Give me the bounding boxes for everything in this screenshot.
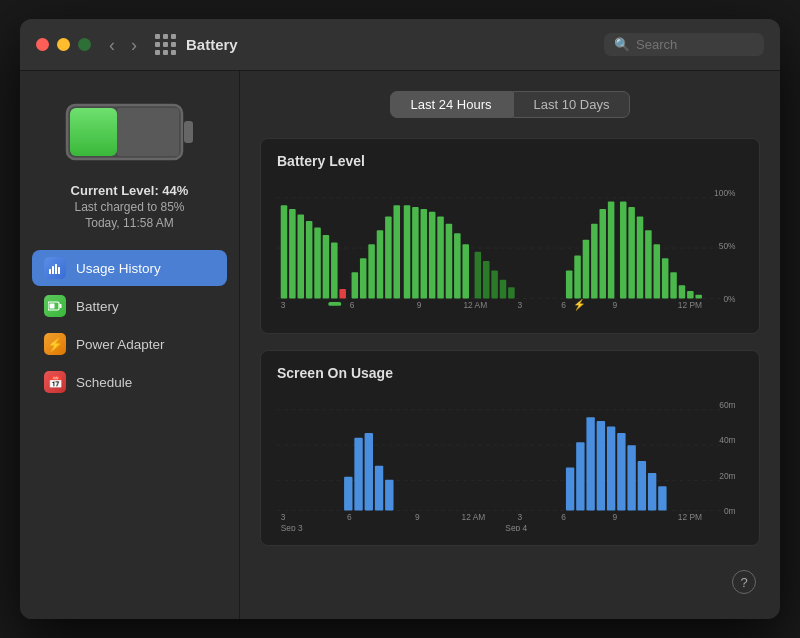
svg-rect-28 xyxy=(368,244,375,298)
svg-rect-79 xyxy=(354,438,362,511)
svg-rect-58 xyxy=(670,272,677,298)
nav-forward-button[interactable]: › xyxy=(125,34,143,56)
svg-text:6: 6 xyxy=(350,300,355,310)
search-bar[interactable]: 🔍 xyxy=(604,33,764,56)
svg-rect-9 xyxy=(60,304,62,308)
svg-rect-17 xyxy=(281,205,288,298)
svg-rect-40 xyxy=(475,252,482,299)
maximize-button[interactable] xyxy=(78,38,91,51)
svg-text:0%: 0% xyxy=(723,294,736,304)
svg-rect-33 xyxy=(412,207,419,298)
svg-rect-61 xyxy=(695,295,702,299)
svg-rect-60 xyxy=(687,291,694,298)
tab-last-10-days[interactable]: Last 10 Days xyxy=(513,91,631,118)
svg-rect-38 xyxy=(454,233,461,298)
svg-rect-29 xyxy=(377,230,384,298)
nav-buttons: ‹ › xyxy=(103,34,143,56)
svg-text:9: 9 xyxy=(613,300,618,310)
svg-rect-81 xyxy=(375,466,383,511)
svg-text:3: 3 xyxy=(281,512,286,522)
svg-rect-45 xyxy=(566,270,573,298)
svg-text:Sep 3: Sep 3 xyxy=(281,523,303,531)
svg-rect-55 xyxy=(645,230,652,298)
battery-time: Today, 11:58 AM xyxy=(71,216,189,230)
search-input[interactable] xyxy=(636,37,754,52)
power-adapter-label: Power Adapter xyxy=(76,337,165,352)
svg-rect-34 xyxy=(421,209,428,298)
schedule-icon: 📅 xyxy=(44,371,66,393)
svg-rect-26 xyxy=(352,272,359,298)
battery-icon-container xyxy=(65,101,195,167)
svg-rect-59 xyxy=(679,285,686,298)
screen-usage-chart-container: Screen On Usage 60m 40m 20m 0m xyxy=(260,350,760,546)
titlebar: ‹ › Battery 🔍 xyxy=(20,19,780,71)
power-adapter-icon: ⚡ xyxy=(44,333,66,355)
svg-rect-32 xyxy=(404,205,411,298)
svg-rect-57 xyxy=(662,258,669,298)
svg-text:3: 3 xyxy=(281,300,286,310)
svg-rect-21 xyxy=(314,228,321,299)
battery-level-text: Current Level: 44% xyxy=(71,183,189,198)
svg-rect-89 xyxy=(627,445,635,510)
svg-rect-35 xyxy=(429,212,436,299)
svg-rect-7 xyxy=(58,267,60,274)
svg-rect-88 xyxy=(617,433,625,510)
sidebar-item-usage-history[interactable]: Usage History xyxy=(32,250,227,286)
close-button[interactable] xyxy=(36,38,49,51)
sidebar-item-schedule[interactable]: 📅 Schedule xyxy=(32,364,227,400)
svg-rect-86 xyxy=(597,421,605,510)
main-window: ‹ › Battery 🔍 xyxy=(20,19,780,619)
nav-back-button[interactable]: ‹ xyxy=(103,34,121,56)
svg-rect-44 xyxy=(508,287,515,298)
help-row: ? xyxy=(260,562,760,598)
svg-text:9: 9 xyxy=(613,512,618,522)
svg-rect-78 xyxy=(344,477,352,511)
svg-rect-90 xyxy=(638,461,646,510)
tab-last-24-hours[interactable]: Last 24 Hours xyxy=(390,91,513,118)
svg-rect-10 xyxy=(50,304,55,309)
minimize-button[interactable] xyxy=(57,38,70,51)
svg-text:40m: 40m xyxy=(719,435,735,445)
battery-level-chart-area: 100% 50% 0% xyxy=(277,179,743,319)
svg-rect-6 xyxy=(55,264,57,274)
svg-rect-43 xyxy=(500,280,507,299)
svg-rect-36 xyxy=(437,216,444,298)
grid-icon[interactable] xyxy=(155,34,176,55)
svg-rect-92 xyxy=(658,486,666,510)
battery-level-svg: 100% 50% 0% xyxy=(277,179,743,319)
svg-text:9: 9 xyxy=(415,512,420,522)
svg-rect-20 xyxy=(306,221,313,298)
svg-rect-46 xyxy=(574,256,581,299)
svg-text:0m: 0m xyxy=(724,506,736,516)
content-area: Current Level: 44% Last charged to 85% T… xyxy=(20,71,780,619)
screen-usage-chart-area: 60m 40m 20m 0m xyxy=(277,391,743,531)
traffic-lights xyxy=(36,38,91,51)
svg-text:6: 6 xyxy=(347,512,352,522)
page-title: Battery xyxy=(186,36,604,53)
svg-rect-27 xyxy=(360,258,367,298)
usage-history-label: Usage History xyxy=(76,261,161,276)
svg-rect-80 xyxy=(365,433,373,510)
svg-rect-23 xyxy=(331,242,338,298)
screen-usage-svg: 60m 40m 20m 0m xyxy=(277,391,743,531)
svg-rect-91 xyxy=(648,473,656,510)
svg-rect-84 xyxy=(576,442,584,510)
battery-level-chart-container: Battery Level 100% 50% 0% xyxy=(260,138,760,334)
svg-rect-3 xyxy=(117,108,179,156)
svg-text:12 AM: 12 AM xyxy=(463,300,487,310)
main-panel: Last 24 Hours Last 10 Days Battery Level… xyxy=(240,71,780,619)
svg-rect-37 xyxy=(446,224,453,299)
screen-usage-chart-title: Screen On Usage xyxy=(277,365,743,381)
svg-rect-2 xyxy=(70,108,117,156)
sidebar-item-power-adapter[interactable]: ⚡ Power Adapter xyxy=(32,326,227,362)
svg-rect-24 xyxy=(339,289,346,298)
svg-text:12 PM: 12 PM xyxy=(678,512,702,522)
sidebar-item-battery[interactable]: Battery xyxy=(32,288,227,324)
battery-icon xyxy=(44,295,66,317)
svg-rect-47 xyxy=(583,240,590,299)
battery-level-chart-title: Battery Level xyxy=(277,153,743,169)
svg-text:6: 6 xyxy=(561,512,566,522)
svg-rect-41 xyxy=(483,261,490,298)
svg-text:9: 9 xyxy=(417,300,422,310)
help-button[interactable]: ? xyxy=(732,570,756,594)
